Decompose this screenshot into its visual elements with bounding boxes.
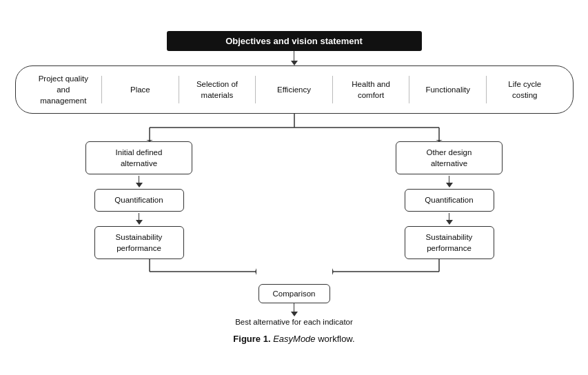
quantification-left-box: Quantification <box>94 189 184 211</box>
category-selection-materials: Selection ofmaterials <box>179 79 256 101</box>
category-lifecycle: Life cyclecosting <box>487 79 563 101</box>
best-label: Best alternative for each indicator <box>235 318 353 326</box>
svg-marker-10 <box>255 268 256 275</box>
comparison-box: Comparison <box>258 284 330 303</box>
comparison-label: Comparison <box>273 290 316 298</box>
arrow-left-2 <box>136 213 143 225</box>
two-branch-columns: Initial definedalternative Quantificatio… <box>15 141 574 259</box>
arrowhead <box>446 220 453 225</box>
arrow-title-to-categories <box>291 51 298 65</box>
arrow-head <box>291 61 298 65</box>
arrow-line <box>294 51 295 61</box>
category-efficiency: Efficiency <box>256 84 332 95</box>
diagram: Objectives and vision statement Project … <box>12 31 577 344</box>
title-text: Objectives and vision statement <box>225 36 363 46</box>
quantification-right-box: Quantification <box>405 189 494 211</box>
category-functionality: Functionality <box>409 84 486 95</box>
line <box>449 213 450 220</box>
category-health-comfort: Health andcomfort <box>333 79 409 101</box>
svg-marker-11 <box>332 268 334 275</box>
line <box>449 176 450 183</box>
other-design-box: Other designalternative <box>396 141 503 174</box>
title-banner: Objectives and vision statement <box>167 31 422 51</box>
figure-italic: EasyMode <box>273 334 315 344</box>
sustainability-right-box: Sustainabilityperformance <box>405 226 494 259</box>
arrowhead <box>446 183 453 188</box>
arrow-left-1 <box>136 176 143 188</box>
comparison-lines-svg <box>15 259 574 284</box>
arrow-right-2 <box>446 213 453 225</box>
figure-label: Figure 1. <box>233 334 270 344</box>
right-branch: Other designalternative Quantification S… <box>325 141 574 259</box>
line <box>139 213 140 220</box>
figure-caption: Figure 1. EasyMode workflow. <box>233 334 354 344</box>
sustainability-left-box: Sustainabilityperformance <box>94 226 184 259</box>
arrow-right-1 <box>446 176 453 188</box>
category-place: Place <box>102 84 179 95</box>
left-branch: Initial definedalternative Quantificatio… <box>15 141 263 259</box>
category-project-quality: Project quality andmanagement <box>26 73 102 106</box>
branch-lines-svg <box>15 114 574 141</box>
arrowhead <box>136 183 143 188</box>
arrow-head <box>291 312 298 316</box>
arrowhead <box>136 220 143 225</box>
best-alternative-text: Best alternative for each indicator <box>235 316 353 328</box>
figure-rest: workflow. <box>316 334 355 344</box>
line <box>139 176 140 183</box>
categories-row: Project quality andmanagement Place Sele… <box>15 65 574 114</box>
initial-defined-box: Initial definedalternative <box>85 141 192 174</box>
arrow-comparison-to-best <box>291 303 298 316</box>
arrow-line <box>294 303 295 312</box>
